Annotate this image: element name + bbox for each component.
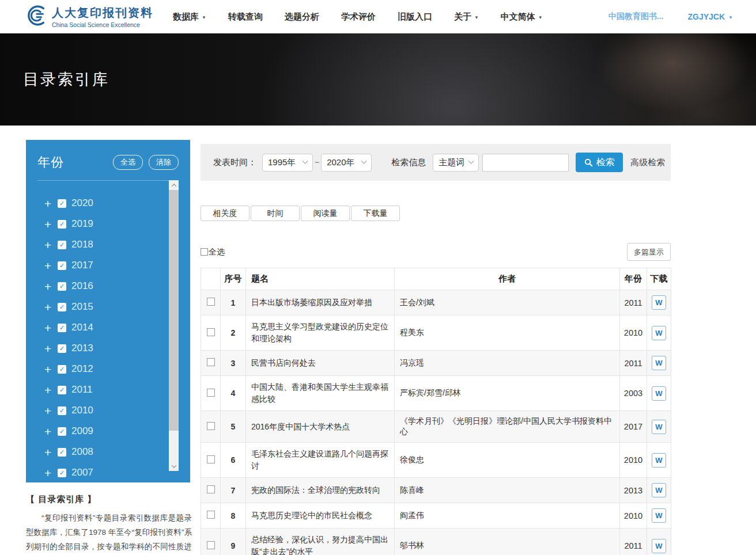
nav-item[interactable]: 转载查询 [228, 12, 263, 22]
year-checkbox[interactable]: ✓ [58, 324, 66, 332]
table-row: 1 日本出版市场萎缩原因及应对举措 王会/刘斌 2011 W [201, 290, 671, 315]
word-download-button[interactable]: W [652, 508, 666, 523]
advanced-search-link[interactable]: 高级检索 [630, 157, 665, 168]
expand-plus-icon[interactable]: + [43, 384, 52, 396]
year-tree-item[interactable]: + ✓ 2007 [43, 462, 190, 483]
year-to-select[interactable]: 2020年 [321, 154, 372, 172]
year-tree-item[interactable]: + ✓ 2008 [43, 442, 190, 462]
nav-item[interactable]: 学术评价 [341, 12, 376, 22]
scrollbar-thumb[interactable] [169, 190, 179, 431]
year-tree-item[interactable]: + ✓ 2014 [43, 317, 190, 338]
search-button[interactable]: 检索 [576, 153, 623, 172]
year-tree-item[interactable]: + ✓ 2012 [43, 359, 190, 379]
sort-button[interactable]: 下载量 [351, 206, 400, 221]
article-title[interactable]: 2016年度中国十大学术热点 [246, 411, 395, 443]
nav-item[interactable]: 中文简体 ▼ [501, 12, 543, 22]
article-title[interactable]: 毛泽东社会主义建设道路几个问题再探讨 [246, 443, 395, 478]
year-tree-item[interactable]: + ✓ 2009 [43, 421, 190, 442]
expand-plus-icon[interactable]: + [43, 280, 52, 292]
expand-plus-icon[interactable]: + [43, 343, 52, 355]
year-checkbox[interactable]: ✓ [58, 448, 66, 457]
row-checkbox[interactable] [207, 298, 215, 306]
expand-plus-icon[interactable]: + [43, 425, 52, 438]
article-title[interactable]: 民营书店向何处去 [246, 351, 395, 376]
year-checkbox[interactable]: ✓ [58, 282, 66, 291]
row-checkbox[interactable] [207, 511, 215, 519]
row-checkbox[interactable] [207, 328, 215, 336]
year-checkbox[interactable]: ✓ [58, 303, 66, 311]
expand-plus-icon[interactable]: + [43, 260, 52, 272]
article-title[interactable]: 日本出版市场萎缩原因及应对举措 [246, 290, 395, 315]
expand-plus-icon[interactable]: + [43, 218, 52, 230]
year-tree-scrollbar[interactable] [169, 180, 179, 471]
expand-plus-icon[interactable]: + [43, 301, 52, 313]
word-download-button[interactable]: W [652, 483, 666, 497]
scroll-up-icon[interactable] [169, 180, 179, 190]
select-all-years-button[interactable]: 全选 [113, 155, 143, 170]
select-all-results[interactable]: 全选 [201, 247, 225, 257]
expand-plus-icon[interactable]: + [43, 363, 52, 375]
multi-display-button[interactable]: 多篇显示 [627, 243, 671, 261]
year-checkbox[interactable]: ✓ [58, 406, 66, 415]
select-all-checkbox[interactable] [201, 248, 208, 256]
sort-button[interactable]: 相关度 [201, 206, 250, 221]
expand-plus-icon[interactable]: + [43, 405, 52, 417]
year-tree-item[interactable]: + ✓ 2015 [43, 296, 190, 317]
year-checkbox[interactable]: ✓ [58, 220, 66, 229]
year-checkbox[interactable]: ✓ [58, 386, 66, 394]
row-checkbox[interactable] [207, 485, 215, 493]
year-tree-item[interactable]: + ✓ 2018 [43, 234, 190, 255]
scroll-down-icon[interactable] [169, 461, 179, 471]
nav-item[interactable]: 数据库 ▼ [173, 12, 206, 22]
clear-years-button[interactable]: 清除 [149, 155, 179, 170]
word-download-button[interactable]: W [652, 539, 666, 553]
keyword-input[interactable] [482, 154, 569, 172]
article-title[interactable]: 宪政的国际法：全球治理的宪政转向 [246, 478, 395, 503]
expand-plus-icon[interactable]: + [43, 239, 52, 251]
article-title[interactable]: 马克思历史理论中的市民社会概念 [246, 503, 395, 529]
word-download-button[interactable]: W [652, 386, 666, 401]
row-checkbox[interactable] [207, 455, 215, 463]
account-menu[interactable]: ZGJYJCK ▼ [688, 12, 734, 21]
article-title[interactable]: 总结经验，深化认识，努力提高中国出版“走出去”的水平 [246, 529, 395, 555]
year-tree-item[interactable]: + ✓ 2017 [43, 255, 190, 276]
expand-plus-icon[interactable]: + [43, 467, 52, 479]
row-checkbox[interactable] [207, 358, 215, 366]
row-checkbox[interactable] [207, 389, 215, 397]
year-tree-item[interactable]: + ✓ 2016 [43, 276, 190, 296]
year-from-select[interactable]: 1995年 [262, 154, 313, 172]
row-checkbox[interactable] [207, 422, 215, 430]
year-tree-item[interactable]: + ✓ 2020 [43, 193, 190, 214]
word-download-button[interactable]: W [652, 295, 666, 310]
year-tree-item[interactable]: + ✓ 2011 [43, 379, 190, 400]
library-link[interactable]: 中国教育图书... [608, 12, 664, 22]
site-logo[interactable]: 人大复印报刊资料 China Social Science Excellence [23, 4, 153, 29]
word-download-button[interactable]: W [652, 356, 666, 370]
year-checkbox[interactable]: ✓ [58, 199, 66, 208]
year-checkbox[interactable]: ✓ [58, 261, 66, 270]
search-field-select[interactable]: 主题词 [433, 154, 479, 172]
article-title[interactable]: 中国大陆、香港和美国大学生主观幸福感比较 [246, 376, 395, 411]
word-download-button[interactable]: W [652, 420, 666, 434]
year-checkbox[interactable]: ✓ [58, 365, 66, 374]
word-download-button[interactable]: W [652, 453, 666, 467]
nav-item[interactable]: 旧版入口 [398, 12, 432, 22]
year-tree-item[interactable]: + ✓ 2013 [43, 338, 190, 359]
word-download-button[interactable]: W [652, 326, 666, 340]
expand-plus-icon[interactable]: + [43, 446, 52, 458]
article-title[interactable]: 马克思主义学习型政党建设的历史定位和理论架构 [246, 315, 395, 351]
sort-button[interactable]: 时间 [251, 206, 300, 221]
year-checkbox[interactable]: ✓ [58, 241, 66, 249]
year-tree-item[interactable]: + ✓ 2010 [43, 400, 190, 421]
nav-item[interactable]: 关于 ▼ [454, 12, 479, 22]
row-checkbox[interactable] [207, 541, 215, 549]
year-checkbox[interactable]: ✓ [58, 469, 66, 477]
sort-button[interactable]: 阅读量 [301, 206, 350, 221]
year-checkbox[interactable]: ✓ [58, 344, 66, 353]
nav-item-label: 选题分析 [285, 12, 319, 22]
year-tree-item[interactable]: + ✓ 2019 [43, 214, 190, 234]
expand-plus-icon[interactable]: + [43, 322, 52, 334]
year-checkbox[interactable]: ✓ [58, 427, 66, 436]
expand-plus-icon[interactable]: + [43, 197, 52, 210]
nav-item[interactable]: 选题分析 [285, 12, 319, 22]
